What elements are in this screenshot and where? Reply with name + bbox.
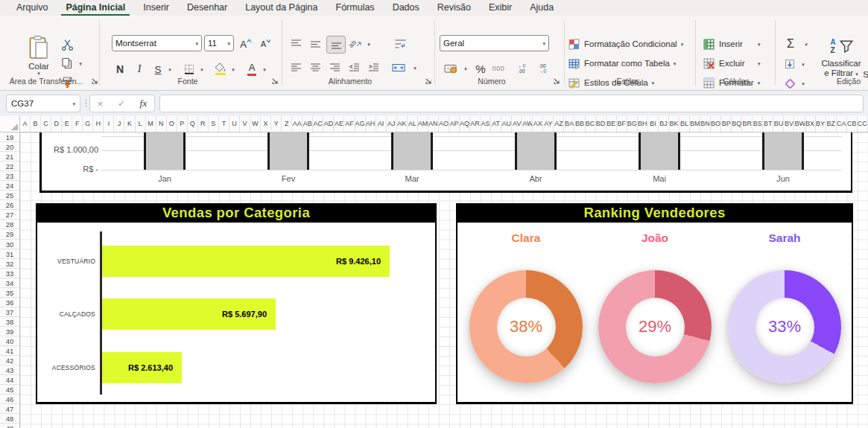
column-header-BJ[interactable]: BJ (659, 116, 669, 132)
column-header-P[interactable]: P (177, 116, 188, 132)
column-header-AZ[interactable]: AZ (554, 116, 564, 132)
fill-dropdown[interactable]: ▾ (799, 60, 808, 68)
decrease-indent-button[interactable] (346, 60, 362, 75)
ranking-chart[interactable]: Clara38%João29%Sarah33% (456, 223, 853, 404)
row-header-35[interactable]: 35 (0, 288, 19, 298)
name-box[interactable]: CG37 ▾ (6, 95, 80, 112)
row-header-33[interactable]: 33 (0, 269, 19, 278)
column-header-BE[interactable]: BE (606, 116, 617, 132)
column-header-U[interactable]: U (229, 116, 240, 132)
tab-ajuda[interactable]: Ajuda (521, 0, 563, 16)
column-header-V[interactable]: V (240, 116, 250, 132)
ranking-chart-title-band[interactable]: Ranking Vendedores (456, 203, 853, 223)
column-header-S[interactable]: S (209, 116, 219, 132)
monthly-bar-group-Mar[interactable] (391, 132, 433, 170)
row-header-23[interactable]: 23 (0, 171, 19, 181)
column-header-BP[interactable]: BP (721, 116, 732, 132)
alignment-dialog-launcher[interactable] (425, 77, 433, 86)
column-header-BH[interactable]: BH (638, 116, 648, 132)
increase-indent-button[interactable] (365, 60, 381, 75)
column-header-BM[interactable]: BM (690, 116, 700, 132)
column-header-CB[interactable]: CB (847, 116, 858, 132)
column-header-BB[interactable]: BB (574, 116, 585, 132)
column-header-AD[interactable]: AD (323, 116, 334, 132)
column-header-BG[interactable]: BG (627, 116, 638, 132)
row-header-34[interactable]: 34 (0, 278, 19, 288)
monthly-chart[interactable]: R$ 1.000,00 R$ - JanFevMarAbrMaiJun (39, 132, 852, 193)
monthly-bar-group-Jun[interactable] (762, 132, 804, 170)
column-header-AI[interactable]: AI (376, 116, 387, 132)
column-header-BQ[interactable]: BQ (732, 116, 742, 132)
column-header-Q[interactable]: Q (188, 116, 198, 132)
category-chart-title-band[interactable]: Vendas por Categoria (36, 203, 437, 223)
increase-font-button[interactable]: A (237, 36, 255, 52)
column-header-AX[interactable]: AX (533, 116, 543, 132)
tab-fórmulas[interactable]: Fórmulas (327, 0, 384, 16)
orientation-button[interactable]: ab (347, 36, 364, 51)
row-header-42[interactable]: 42 (0, 356, 19, 365)
font-family-combo[interactable]: Montserrat▾ (112, 35, 202, 51)
column-header-AB[interactable]: AB (302, 116, 313, 132)
merge-center-dropdown[interactable]: ▾ (411, 63, 419, 72)
align-left-button[interactable] (288, 60, 304, 75)
column-header-BR[interactable]: BR (742, 116, 753, 132)
accounting-dropdown[interactable]: ▾ (461, 64, 470, 73)
underline-dropdown[interactable]: ▾ (165, 65, 174, 74)
column-header-AR[interactable]: AR (470, 116, 481, 132)
column-header-AW[interactable]: AW (522, 116, 533, 132)
find-select-button-clipped[interactable]: S (861, 69, 868, 80)
donut-sarah[interactable]: 33% (728, 270, 841, 383)
row-header-19[interactable]: 19 (0, 132, 19, 142)
column-header-BW[interactable]: BW (794, 116, 805, 132)
column-header-AS[interactable]: AS (481, 116, 491, 132)
cancel-icon[interactable]: × (98, 98, 104, 109)
column-header-N[interactable]: N (156, 116, 167, 132)
italic-button[interactable]: I (131, 60, 148, 78)
column-header-AM[interactable]: AM (418, 116, 428, 132)
row-header-46[interactable]: 46 (0, 395, 19, 404)
column-header-BX[interactable]: BX (805, 116, 816, 132)
column-header-BV[interactable]: BV (784, 116, 794, 132)
column-header-CA[interactable]: CA (837, 116, 847, 132)
tab-página-inicial[interactable]: Página Inicial (57, 0, 134, 16)
insert-cells-button[interactable]: Inserir ▾ (703, 37, 761, 51)
column-header-BZ[interactable]: BZ (826, 116, 837, 132)
align-right-button[interactable] (326, 60, 343, 75)
row-header-41[interactable]: 41 (0, 346, 19, 356)
orientation-dropdown[interactable]: ▾ (364, 39, 373, 48)
column-header-AL[interactable]: AL (408, 116, 418, 132)
row-header-20[interactable]: 20 (0, 142, 19, 152)
row-header-43[interactable]: 43 (0, 365, 19, 375)
column-header-AN[interactable]: AN (428, 116, 439, 132)
row-header-30[interactable]: 30 (0, 240, 19, 249)
column-header-I[interactable]: I (104, 116, 114, 132)
borders-dropdown[interactable]: ▾ (197, 65, 206, 74)
font-color-dropdown[interactable]: ▾ (260, 65, 269, 74)
monthly-bar-group-Mai[interactable] (639, 132, 680, 170)
column-header-T[interactable]: T (219, 116, 229, 132)
tab-revisão[interactable]: Revisão (428, 0, 480, 16)
tab-layout-da-página[interactable]: Layout da Página (236, 0, 326, 16)
align-center-button[interactable] (307, 60, 323, 75)
row-header-29[interactable]: 29 (0, 229, 19, 239)
clear-dropdown[interactable]: ▾ (799, 79, 808, 88)
column-header-H[interactable]: H (93, 116, 104, 132)
row-header-39[interactable]: 39 (0, 327, 19, 336)
autosum-dropdown[interactable]: ▾ (802, 39, 811, 48)
wrap-text-button[interactable] (390, 36, 410, 51)
align-bottom-button[interactable] (326, 36, 346, 54)
column-header-AA[interactable]: AA (292, 116, 302, 132)
font-color-button[interactable]: A (244, 61, 259, 77)
monthly-bar-group-Abr[interactable] (515, 132, 557, 170)
column-header-K[interactable]: K (124, 116, 135, 132)
column-header-AF[interactable]: AF (344, 116, 355, 132)
row-header-24[interactable]: 24 (0, 181, 19, 191)
copy-dropdown[interactable]: ▾ (76, 59, 85, 68)
row-header-36[interactable]: 36 (0, 298, 19, 307)
column-header-BY[interactable]: BY (816, 116, 826, 132)
column-header-L[interactable]: L (136, 116, 146, 132)
fill-color-button[interactable] (213, 62, 228, 77)
category-chart[interactable]: VESTUÁRIOR$ 9.426,10CALÇADOSR$ 5.697,90A… (36, 223, 437, 404)
align-top-button[interactable] (288, 36, 304, 51)
cell-styles-button[interactable]: Estilos de Célula ▾ (568, 76, 654, 89)
